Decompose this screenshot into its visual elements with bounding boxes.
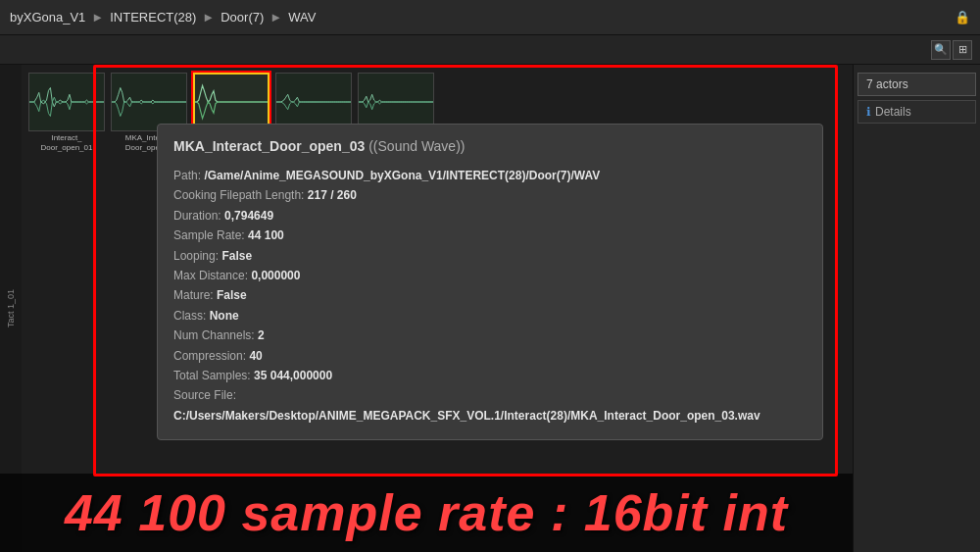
asset-label-1: Interact_Door_open_01 xyxy=(41,133,93,152)
breadcrumb-part4[interactable]: WAV xyxy=(288,10,316,25)
breadcrumb-bar: byXGona_V1 ► INTERECT(28) ► Door(7) ► WA… xyxy=(0,0,980,35)
info-title: MKA_Interact_Door_open_03 ((Sound Wave)) xyxy=(173,138,807,154)
info-path-value: /Game/Anime_MEGASOUND_byXGona_V1/INTEREC… xyxy=(204,169,600,182)
grid-view-button[interactable]: ⊞ xyxy=(953,40,972,60)
info-compression-label: Compression: xyxy=(173,349,246,363)
search-button[interactable]: 🔍 xyxy=(931,40,951,60)
info-total-samples-value: 35 044,000000 xyxy=(254,369,332,382)
thumb-img-1 xyxy=(28,73,105,131)
lock-icon: 🔒 xyxy=(955,10,970,25)
info-duration-row: Duration: 0,794649 xyxy=(173,206,807,226)
info-duration-value: 0,794649 xyxy=(224,209,273,223)
info-panel: MKA_Interact_Door_open_03 ((Sound Wave))… xyxy=(157,124,823,440)
sample-rate-display: 44 100 sample rate : 16bit int xyxy=(65,483,788,542)
info-path-row: Path: /Game/Anime_MEGASOUND_byXGona_V1/I… xyxy=(173,166,807,185)
search-bar: 🔍 ⊞ xyxy=(0,35,980,65)
asset-panel: Tact 1_01 Interact_Door_open_01 xyxy=(0,65,853,552)
info-path-label: Path: xyxy=(173,169,201,182)
info-cooking-value: 217 / 260 xyxy=(308,188,357,202)
info-looping-label: Looping: xyxy=(173,249,219,263)
bottom-overlay: 44 100 sample rate : 16bit int xyxy=(0,474,853,552)
details-button[interactable]: ℹ Details xyxy=(858,100,976,124)
info-mature-value: False xyxy=(217,288,247,302)
breadcrumb-part2[interactable]: INTERECT(28) xyxy=(110,10,196,25)
info-compression-row: Compression: 40 xyxy=(173,346,807,366)
info-source-file-label: Source File: xyxy=(173,388,236,402)
breadcrumb-part3[interactable]: Door(7) xyxy=(220,10,264,25)
info-cooking-row: Cooking Filepath Length: 217 / 260 xyxy=(173,185,807,205)
info-mature-row: Mature: False xyxy=(173,285,807,305)
info-class-label: Class: xyxy=(173,309,206,323)
breadcrumb-sep2: ► xyxy=(202,10,215,25)
info-sample-rate-value: 44 100 xyxy=(248,228,284,242)
breadcrumb-part1[interactable]: byXGona_V1 xyxy=(10,10,85,25)
info-mature-label: Mature: xyxy=(173,288,214,302)
thumb-img-2 xyxy=(111,73,187,131)
right-panel: 7 actors ℹ Details xyxy=(853,65,980,552)
info-sample-rate-label: Sample Rate: xyxy=(173,228,245,242)
breadcrumb-sep1: ► xyxy=(91,10,104,25)
info-num-channels-row: Num Channels: 2 xyxy=(173,326,807,345)
asset-thumb-1[interactable]: Interact_Door_open_01 xyxy=(27,73,106,152)
info-compression-value: 40 xyxy=(249,349,262,363)
info-cooking-label: Cooking Filepath Length: xyxy=(173,188,304,202)
details-label: Details xyxy=(875,105,911,119)
tact-label-text: Tact 1_01 xyxy=(6,289,16,327)
info-sample-rate-row: Sample Rate: 44 100 xyxy=(173,226,807,245)
info-max-dist-row: Max Distance: 0,000000 xyxy=(173,266,807,285)
thumb-img-5 xyxy=(358,73,434,131)
info-total-samples-label: Total Samples: xyxy=(173,369,251,382)
main-layout: Tact 1_01 Interact_Door_open_01 xyxy=(0,65,980,552)
info-source-file-row: Source File: C:/Users/Makers/Desktop/ANI… xyxy=(173,385,807,426)
info-class-row: Class: None xyxy=(173,306,807,326)
info-source-file-value: C:/Users/Makers/Desktop/ANIME_MEGAPACK_S… xyxy=(173,409,760,423)
info-circle-icon: ℹ xyxy=(866,105,871,119)
thumb-img-4 xyxy=(275,73,352,131)
info-looping-row: Looping: False xyxy=(173,246,807,266)
info-asset-type: ((Sound Wave)) xyxy=(368,138,465,154)
info-duration-label: Duration: xyxy=(173,209,221,223)
info-total-samples-row: Total Samples: 35 044,000000 xyxy=(173,366,807,385)
info-num-channels-value: 2 xyxy=(258,328,265,342)
breadcrumb-sep3: ► xyxy=(270,10,282,25)
thumb-img-3 xyxy=(193,73,270,131)
info-max-dist-label: Max Distance: xyxy=(173,269,248,282)
info-class-value: None xyxy=(210,309,239,323)
info-looping-value: False xyxy=(221,249,252,263)
actors-button[interactable]: 7 actors xyxy=(858,73,976,96)
info-num-channels-label: Num Channels: xyxy=(173,328,255,342)
info-max-dist-value: 0,000000 xyxy=(251,269,300,282)
info-asset-name: MKA_Interact_Door_open_03 xyxy=(173,138,365,154)
